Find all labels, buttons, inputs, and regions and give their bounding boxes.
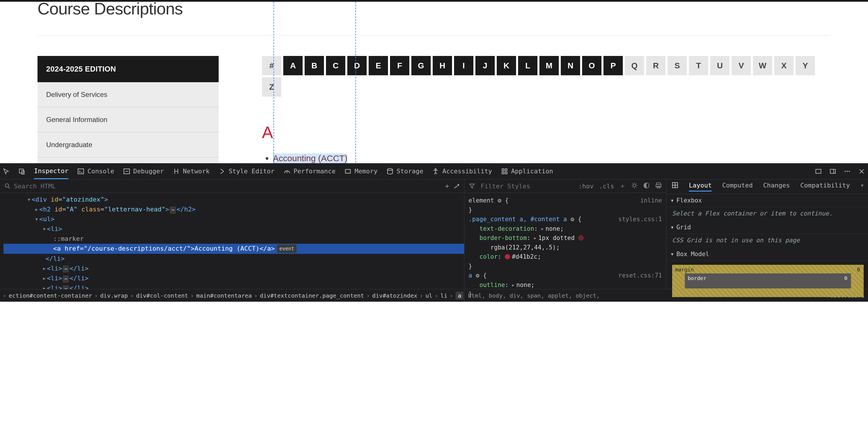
devtools-tabbar: Inspector Console Debugger Network Style…: [0, 163, 868, 180]
tab-storage[interactable]: Storage: [386, 163, 424, 179]
box-model: margin 0 border 0: [666, 261, 868, 301]
close-icon[interactable]: [858, 168, 865, 175]
svg-rect-9: [502, 172, 504, 174]
dom-search-input[interactable]: [14, 183, 226, 190]
dock-side-icon[interactable]: [829, 168, 836, 175]
print-icon[interactable]: [655, 182, 662, 190]
flexbox-section-head[interactable]: ▾Flexbox: [666, 194, 868, 207]
svg-rect-2: [78, 169, 84, 174]
iframe-picker-icon[interactable]: [815, 168, 822, 175]
tab-accessibility[interactable]: Accessibility: [432, 163, 492, 179]
section-letter-A: A: [262, 123, 831, 142]
letter-V[interactable]: V: [732, 56, 751, 75]
letter-hash[interactable]: #: [262, 56, 281, 75]
divider: [37, 35, 831, 36]
chevron-down-icon[interactable]: ▾: [860, 182, 864, 191]
sidebar-item-delivery[interactable]: Delivery of Services: [37, 82, 219, 107]
cls-toggle[interactable]: .cls: [599, 183, 614, 190]
add-node-icon[interactable]: ＋: [444, 182, 450, 190]
search-icon: [4, 183, 11, 189]
styles-toolbar: :hov .cls ＋: [464, 180, 666, 193]
dom-breadcrumbs[interactable]: ‹ ection#content-container› div.wrap› di…: [0, 289, 464, 302]
hov-toggle[interactable]: :hov: [578, 183, 594, 190]
tab-memory[interactable]: Memory: [344, 163, 377, 179]
letter-Z[interactable]: Z: [262, 77, 281, 97]
svg-point-5: [388, 168, 392, 170]
css-rules[interactable]: element ⚙ {inline } .page_content a, #co…: [464, 193, 666, 302]
dom-panel: ＋ ▾<div id="atozindex"> ▸<h2 id="A" clas…: [0, 180, 464, 289]
chevron-left-icon[interactable]: ‹: [3, 292, 6, 299]
add-rule-icon[interactable]: ＋: [619, 182, 626, 190]
letter-P[interactable]: P: [603, 56, 623, 75]
letter-C[interactable]: C: [326, 56, 345, 75]
letter-I[interactable]: I: [454, 56, 473, 75]
letter-Q[interactable]: Q: [625, 56, 644, 75]
letter-G[interactable]: G: [411, 56, 431, 75]
sidebar-item-undergrad[interactable]: Undergraduate: [37, 132, 219, 157]
filter-styles-input[interactable]: [480, 183, 573, 190]
letter-J[interactable]: J: [475, 56, 495, 75]
letter-X[interactable]: X: [774, 56, 794, 75]
light-dark-icon[interactable]: [631, 182, 638, 190]
page-root: Course Descriptions 2024-2025 EDITION De…: [0, 2, 868, 302]
responsive-icon[interactable]: [19, 168, 25, 175]
letter-H[interactable]: H: [433, 56, 452, 75]
svg-rect-11: [816, 169, 821, 174]
letter-T[interactable]: T: [689, 56, 708, 75]
letter-K[interactable]: K: [497, 56, 516, 75]
svg-rect-10: [505, 172, 507, 174]
svg-point-13: [845, 171, 846, 172]
letter-M[interactable]: M: [539, 56, 559, 75]
letter-W[interactable]: W: [753, 56, 772, 75]
svg-rect-1: [22, 171, 24, 174]
tab-inspector[interactable]: Inspector: [34, 163, 68, 179]
dom-tree[interactable]: ▾<div id="atozindex"> ▸<h2 id="A" class=…: [0, 193, 464, 289]
tab-application[interactable]: Application: [501, 163, 553, 179]
layout-panel: Layout Computed Changes Compatibility ▾ …: [666, 180, 868, 289]
letter-R[interactable]: R: [646, 56, 665, 75]
layout-tab-compat[interactable]: Compatibility: [800, 182, 850, 191]
devtools-body: ＋ ▾<div id="atozindex"> ▸<h2 id="A" clas…: [0, 180, 868, 289]
letter-Y[interactable]: Y: [796, 56, 815, 75]
grid-section-head[interactable]: ▾Grid: [666, 221, 868, 234]
course-link-acct[interactable]: Accounting (ACCT): [273, 153, 347, 163]
letter-L[interactable]: L: [518, 56, 537, 75]
pick-element-icon[interactable]: [3, 168, 10, 175]
letter-O[interactable]: O: [582, 56, 601, 75]
layout-tabs: Layout Computed Changes Compatibility ▾: [666, 180, 868, 194]
contrast-icon[interactable]: [643, 182, 650, 190]
list-item: Accounting (ACCT): [273, 153, 831, 163]
tab-console[interactable]: Console: [77, 163, 114, 179]
letter-A[interactable]: A: [283, 56, 303, 75]
dom-search-bar: ＋: [0, 180, 464, 193]
tab-performance[interactable]: Performance: [283, 163, 336, 179]
boxmodel-section-head[interactable]: ▾Box Model: [666, 248, 868, 261]
letter-S[interactable]: S: [668, 56, 687, 75]
letter-B[interactable]: B: [305, 56, 324, 75]
sidebar-edition: 2024-2025 EDITION: [37, 56, 219, 82]
letter-N[interactable]: N: [561, 56, 580, 75]
eyedropper-icon[interactable]: [453, 183, 460, 189]
letter-E[interactable]: E: [369, 56, 388, 75]
layout-tab-computed[interactable]: Computed: [722, 182, 753, 191]
svg-rect-8: [505, 169, 507, 171]
tab-debugger[interactable]: Debugger: [123, 163, 164, 179]
letter-D[interactable]: D: [347, 56, 367, 75]
sidebar-item-general[interactable]: General Information: [37, 107, 219, 132]
more-icon[interactable]: [844, 168, 851, 175]
svg-rect-4: [346, 169, 350, 173]
letter-U[interactable]: U: [710, 56, 730, 75]
layout-tab-layout[interactable]: Layout: [689, 182, 712, 191]
tab-style-editor[interactable]: Style Editor: [218, 163, 275, 179]
flex-grid-toggle-icon[interactable]: [672, 182, 679, 191]
page-title: Course Descriptions: [37, 2, 831, 18]
layout-tab-changes[interactable]: Changes: [763, 182, 790, 191]
letter-F[interactable]: F: [390, 56, 409, 75]
letter-nav: # A B C D E F G H I J K L M N O P: [262, 56, 831, 97]
flexbox-msg: Select a Flex container or item to conti…: [666, 207, 868, 221]
svg-rect-12: [830, 169, 835, 174]
tab-network[interactable]: Network: [173, 163, 210, 179]
styles-panel: :hov .cls ＋ element ⚙ {inline } .page_co…: [464, 180, 666, 289]
svg-point-14: [847, 171, 848, 172]
svg-point-16: [5, 184, 9, 187]
